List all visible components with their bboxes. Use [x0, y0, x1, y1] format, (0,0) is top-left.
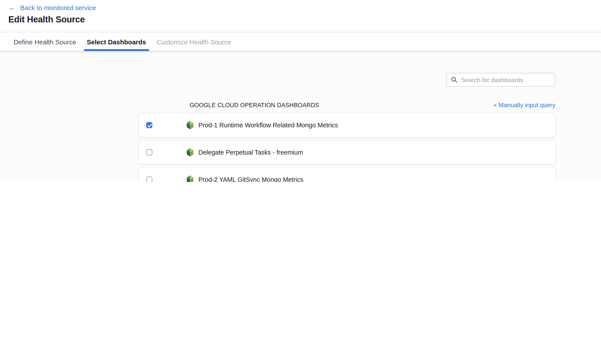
page-title: Edit Health Source	[8, 14, 85, 25]
search-input[interactable]	[461, 76, 551, 83]
manually-input-query-link[interactable]: + Manually input query	[493, 101, 555, 109]
dashboard-group-title: GOOGLE CLOUD OPERATION DASHBOARDS	[190, 102, 319, 108]
list-header: GOOGLE CLOUD OPERATION DASHBOARDS + Manu…	[190, 101, 555, 109]
dashboard-list: Prod-1 Runtime Workflow Related Mongo Me…	[139, 113, 555, 182]
row-checkbox[interactable]	[146, 149, 152, 155]
content-area: GOOGLE CLOUD OPERATION DASHBOARDS + Manu…	[0, 51, 601, 182]
search-icon	[451, 76, 457, 83]
dashboard-hexagon-icon	[186, 121, 194, 130]
dashboard-name: Delegate Perpetual Tasks - freemium	[199, 149, 303, 156]
dashboard-name: Prod-1 Runtime Workflow Related Mongo Me…	[199, 122, 338, 129]
back-to-monitored-service-link[interactable]: Back to monitored service	[20, 4, 96, 11]
dashboard-row[interactable]: Prod-2 YAML GitSync Mongo Metrics	[139, 168, 555, 182]
dashboard-search-box[interactable]	[446, 73, 555, 87]
dashboard-row[interactable]: Delegate Perpetual Tasks - freemium	[139, 141, 555, 164]
dashboard-hexagon-icon	[186, 148, 194, 157]
dashboard-hexagon-icon	[186, 175, 194, 182]
tab-select-dashboards[interactable]: Select Dashboards	[84, 32, 149, 51]
edit-health-source-page: ← Back to monitored service Edit Health …	[0, 0, 601, 182]
row-checkbox[interactable]	[146, 122, 152, 128]
dashboard-name: Prod-2 YAML GitSync Mongo Metrics	[199, 176, 303, 182]
wizard-tabbar: Define Health Source Select Dashboards C…	[0, 32, 601, 51]
row-checkbox[interactable]	[146, 177, 152, 182]
back-arrow-icon: ←	[9, 4, 16, 11]
tab-define-health-source[interactable]: Define Health Source	[10, 32, 79, 51]
tab-customize-health-source[interactable]: Customize Health Source	[153, 32, 234, 51]
dashboard-row[interactable]: Prod-1 Runtime Workflow Related Mongo Me…	[139, 113, 555, 137]
back-navigation[interactable]: ← Back to monitored service	[9, 4, 96, 11]
